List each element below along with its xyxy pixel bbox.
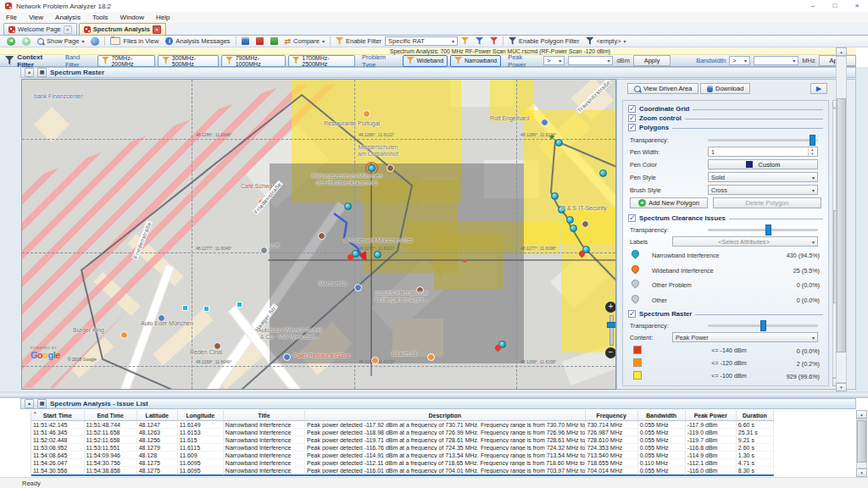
problem-type-button[interactable]: Wideband — [403, 55, 448, 67]
band-filter-button[interactable]: 300MHz-500MHz — [158, 55, 219, 67]
issue-row[interactable]: 11:54:30.55611:54:38.85848.127511.6095Na… — [31, 467, 774, 474]
column-header-description[interactable]: Description — [305, 410, 586, 421]
spectrum-raster-checkbox[interactable] — [628, 310, 636, 318]
polygons-checkbox[interactable] — [628, 124, 636, 131]
menu-file[interactable]: File — [0, 14, 23, 21]
scroll-down-icon[interactable]: ▾ — [856, 469, 867, 477]
horizontal-splitter[interactable] — [0, 391, 868, 398]
pen-color-button[interactable]: Custom — [708, 159, 818, 169]
coordinate-grid-checkbox[interactable] — [628, 105, 636, 113]
narrowband-issue-marker[interactable] — [566, 216, 574, 224]
brush-style-select[interactable]: Cross▾ — [708, 185, 818, 195]
column-header-latitude[interactable]: Latitude — [136, 410, 177, 421]
print-icon[interactable]: ▦ — [37, 68, 47, 77]
bandwidth-value-input[interactable]: ▾ — [754, 56, 798, 65]
narrowband-issue-marker[interactable] — [599, 169, 607, 177]
scrollbar-thumb[interactable] — [837, 98, 846, 352]
pen-width-stepper[interactable]: 1▴▾ — [708, 147, 818, 157]
scroll-up-icon[interactable]: ▴ — [836, 47, 847, 56]
raster-transparency-slider[interactable] — [708, 324, 818, 327]
issue-row[interactable]: 11:52:02.44811:52:11.65848.125611.615Nar… — [31, 436, 774, 444]
column-header-duration[interactable]: Duration — [736, 410, 773, 421]
menu-view[interactable]: View — [23, 14, 49, 21]
filter-blue-button[interactable] — [472, 36, 487, 47]
menu-help[interactable]: Help — [150, 14, 175, 21]
narrowband-issue-marker[interactable] — [570, 225, 577, 232]
tab-close-icon[interactable]: × — [153, 25, 161, 34]
map-zoom-in-button[interactable]: + — [605, 302, 616, 313]
scroll-up-icon[interactable]: ▴ — [856, 410, 867, 419]
peak-power-apply-button[interactable]: Apply — [633, 55, 670, 66]
slider-handle[interactable] — [760, 320, 766, 331]
expand-panel-button[interactable]: ▶ — [810, 83, 827, 94]
issue-row[interactable]: 11:51:42.14511:51:48.74448.124711.6149Na… — [31, 421, 774, 429]
issue-row[interactable]: 11:54:08.64511:54:09.94648.12811.609Narr… — [31, 452, 774, 459]
delete-polygon-button[interactable]: Delete Polygon — [713, 197, 821, 208]
narrowband-issue-marker[interactable] — [344, 202, 352, 210]
issue-row[interactable]: 11:54:46.25911:54:46.95048.127511.6095Na… — [31, 474, 774, 477]
export-pdf-button[interactable] — [253, 36, 267, 47]
issue-list-scrollbar[interactable]: ▴ ▾ — [856, 410, 867, 477]
menu-analysis[interactable]: Analysis — [49, 14, 86, 21]
narrowband-issue-marker[interactable] — [374, 251, 381, 258]
close-button[interactable]: × — [846, 0, 868, 12]
collapse-panel-icon[interactable]: ▴ — [25, 68, 34, 77]
polygon-transparency-slider[interactable] — [708, 139, 818, 141]
labels-attributes-select[interactable]: <Select Attributes>▾ — [672, 236, 818, 247]
raster-content-select[interactable]: Peak Power▾ — [672, 332, 818, 342]
map-view-button[interactable] — [87, 36, 103, 47]
issue-row[interactable]: 11:53:08.95211:53:11.55148.127911.6115Na… — [31, 444, 774, 452]
slider-handle[interactable] — [765, 225, 771, 236]
band-filter-button[interactable]: 1700MHz-2500MHz — [288, 55, 355, 67]
menu-window[interactable]: Window — [114, 14, 150, 21]
slider-handle[interactable] — [810, 135, 815, 146]
zoom-control-checkbox[interactable] — [628, 114, 636, 122]
issue-row[interactable]: 11:51:46.34511:52:11.65848.126311.6153Na… — [31, 429, 774, 436]
view-driven-area-button[interactable]: View Driven Area — [627, 83, 698, 94]
scrollbar-thumb[interactable] — [857, 420, 866, 463]
filter-clear-button[interactable] — [487, 36, 501, 47]
show-page-button[interactable]: Show Page▾ — [34, 36, 87, 47]
peak-power-value-input[interactable]: ▾ — [568, 56, 613, 65]
band-filter-button[interactable]: 70MHz-200MHz — [97, 55, 155, 67]
page-scrollbar[interactable]: ▴ ▾ — [836, 47, 847, 391]
column-header-bandwidth[interactable]: Bandwidth — [637, 410, 685, 421]
minimize-button[interactable]: – — [802, 0, 824, 12]
band-filter-button[interactable]: 790MHz-1000MHz — [221, 55, 286, 67]
column-header-title[interactable]: Title — [223, 410, 304, 421]
export-excel-button[interactable] — [267, 36, 281, 47]
column-header-longitude[interactable]: Longitude — [177, 410, 223, 421]
report-button[interactable] — [238, 36, 253, 47]
compare-button[interactable]: ⇄Compare▾ — [281, 36, 328, 47]
filter-gold-button[interactable] — [458, 36, 472, 47]
collapse-panel-icon[interactable]: ▴ — [25, 399, 34, 408]
enable-filter-button[interactable]: Enable Filter — [332, 36, 385, 47]
peak-power-operator-select[interactable]: >▾ — [543, 56, 565, 65]
clearance-issues-checkbox[interactable] — [628, 214, 636, 222]
tab-close-icon[interactable]: × — [64, 25, 72, 34]
analysis-messages-button[interactable]: iAnalysis Messages — [162, 36, 233, 47]
menu-tools[interactable]: Tools — [86, 14, 114, 21]
map-zoom-out-button[interactable]: − — [605, 347, 616, 358]
problem-type-button[interactable]: Narrowband — [450, 55, 501, 67]
map-zoom-slider-handle[interactable] — [607, 322, 616, 328]
print-icon[interactable]: ▦ — [37, 399, 47, 408]
column-header-start-time[interactable]: Start Time▲ — [31, 410, 84, 421]
tab-welcome-page[interactable]: Welcome Page × — [3, 23, 77, 35]
column-header-end-time[interactable]: End Time — [84, 410, 136, 421]
narrowband-issue-marker[interactable] — [551, 192, 559, 200]
clearance-transparency-slider[interactable] — [708, 229, 818, 231]
files-in-view-button[interactable]: Files in View — [107, 36, 162, 47]
column-header-frequency[interactable]: Frequency — [585, 410, 637, 421]
back-button[interactable] — [3, 36, 19, 47]
add-new-polygon-button[interactable]: +Add New Polygon — [630, 197, 708, 208]
scroll-down-icon[interactable]: ▾ — [836, 383, 847, 391]
map-zoom-slider[interactable] — [609, 315, 614, 346]
column-header-peak-power[interactable]: Peak Power — [685, 410, 736, 421]
download-button[interactable]: Download — [700, 83, 750, 94]
forward-button[interactable] — [19, 36, 34, 47]
maximize-button[interactable]: □ — [824, 0, 846, 12]
narrowband-issue-marker[interactable] — [555, 139, 563, 147]
issue-row[interactable]: 11:54:26.04711:54:30.75648.127511.6095Na… — [31, 459, 774, 467]
polygon-filter-select[interactable]: <empty>▾ — [582, 36, 629, 47]
